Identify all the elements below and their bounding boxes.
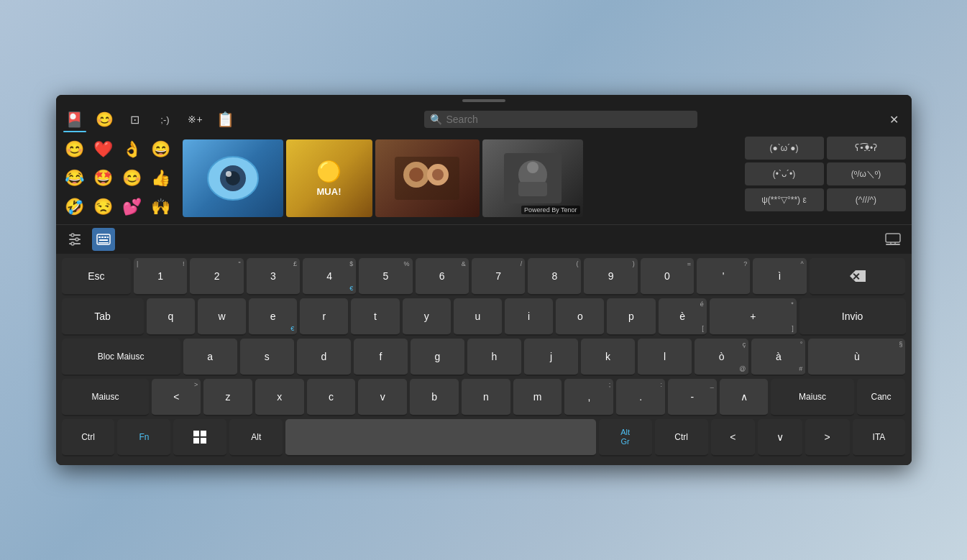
key-f[interactable]: f xyxy=(354,339,408,376)
key-b[interactable]: b xyxy=(410,379,459,416)
key-maiusc-right[interactable]: Maiusc xyxy=(771,379,853,416)
key-ita[interactable]: ITA xyxy=(853,419,906,456)
emoji-item[interactable]: 😒 xyxy=(91,194,116,220)
key-i[interactable]: i xyxy=(505,298,553,336)
key-maiusc-left[interactable]: Maiusc xyxy=(62,379,150,416)
key-x[interactable]: x xyxy=(255,379,304,416)
key-win[interactable] xyxy=(173,419,226,456)
key-d[interactable]: d xyxy=(297,339,351,376)
key-8[interactable]: (8 xyxy=(528,258,581,295)
wink-tab[interactable]: ;-) xyxy=(154,108,177,131)
key-fn[interactable]: Fn xyxy=(117,419,170,456)
key-comma[interactable]: ;, xyxy=(564,379,613,416)
key-m[interactable]: m xyxy=(513,379,562,416)
key-alt-left[interactable]: Alt xyxy=(229,419,283,456)
emoji-tab[interactable]: 🎴 xyxy=(63,108,86,131)
key-backspace[interactable] xyxy=(810,258,906,295)
key-9[interactable]: )9 xyxy=(584,258,637,295)
key-7[interactable]: /7 xyxy=(472,258,525,295)
emoji-item[interactable]: 👍 xyxy=(148,165,174,191)
key-q[interactable]: q xyxy=(147,298,195,336)
emoji-item[interactable]: 🤣 xyxy=(62,194,88,220)
key-dot[interactable]: :. xyxy=(616,379,665,416)
key-n[interactable]: n xyxy=(462,379,510,416)
kaomoji-btn-6[interactable]: (^///^) xyxy=(827,188,906,211)
key-z[interactable]: z xyxy=(203,379,252,416)
key-3[interactable]: £3 xyxy=(247,258,300,295)
symbols-tab[interactable]: ※+ xyxy=(184,108,207,131)
key-ù[interactable]: §ù xyxy=(808,339,905,376)
kaomoji-btn-2[interactable]: ʕ•͡ᴥ•ʔ xyxy=(827,137,906,160)
key-ctrl-left[interactable]: Ctrl xyxy=(62,419,115,456)
key-t[interactable]: t xyxy=(351,298,399,336)
key-lt[interactable]: >< xyxy=(152,379,201,416)
kaomoji-btn-4[interactable]: (º/ω＼º) xyxy=(827,162,906,185)
key-tab[interactable]: Tab xyxy=(62,298,144,336)
key-c[interactable]: c xyxy=(307,379,356,416)
key-h[interactable]: h xyxy=(467,339,521,376)
key-5[interactable]: %5 xyxy=(359,258,412,295)
emoji-item[interactable]: ❤️ xyxy=(91,137,116,162)
key-arrow-right[interactable]: > xyxy=(805,419,850,456)
emoji-item[interactable]: 😄 xyxy=(148,137,174,162)
key-o[interactable]: o xyxy=(556,298,604,336)
key-u[interactable]: u xyxy=(454,298,502,336)
search-input[interactable] xyxy=(446,114,692,125)
key-1[interactable]: |!1 xyxy=(134,258,187,295)
gif-item-1[interactable] xyxy=(183,139,283,217)
gif-item-2[interactable]: 🟡 MUA! xyxy=(286,139,372,217)
key-6[interactable]: &6 xyxy=(416,258,469,295)
emoji-item[interactable]: 😂 xyxy=(62,165,88,191)
key-plus[interactable]: *+] xyxy=(710,298,797,336)
gif-item-4[interactable]: Powered By Tenor xyxy=(482,139,583,217)
key-w[interactable]: w xyxy=(198,298,246,336)
key-quote[interactable]: ?' xyxy=(697,258,750,295)
key-space[interactable] xyxy=(285,419,595,456)
keyboard-settings-icon[interactable] xyxy=(63,228,86,251)
key-s[interactable]: s xyxy=(240,339,294,376)
key-minus[interactable]: _- xyxy=(668,379,717,416)
kaomoji-btn-1[interactable]: (●`ω´●) xyxy=(745,137,824,160)
key-è[interactable]: éè[ xyxy=(659,298,707,336)
emoji-item[interactable]: 🤩 xyxy=(91,165,116,191)
key-ì[interactable]: ^ì xyxy=(753,258,806,295)
clipboard-tab[interactable]: 📋 xyxy=(214,108,237,131)
key-p[interactable]: p xyxy=(607,298,655,336)
smiley-tab[interactable]: 😊 xyxy=(93,108,116,131)
key-canc[interactable]: Canc xyxy=(857,379,906,416)
key-l[interactable]: l xyxy=(638,339,692,376)
kaomoji-btn-3[interactable]: (•`ᴗ´•) xyxy=(745,162,824,185)
key-à[interactable]: °à# xyxy=(751,339,805,376)
key-arrow-down[interactable]: ∨ xyxy=(758,419,802,456)
key-ò[interactable]: çò@ xyxy=(695,339,748,376)
search-box[interactable]: 🔍 xyxy=(424,111,697,128)
keyboard-layout-icon[interactable] xyxy=(92,228,115,251)
key-invio[interactable]: Invio xyxy=(799,298,906,336)
key-esc[interactable]: Esc xyxy=(62,258,132,295)
key-v[interactable]: v xyxy=(358,379,407,416)
gif-item-3[interactable] xyxy=(375,139,480,217)
key-g[interactable]: g xyxy=(411,339,464,376)
key-r[interactable]: r xyxy=(300,298,348,336)
key-a[interactable]: a xyxy=(183,339,237,376)
keyboard-dock-icon[interactable] xyxy=(881,228,904,251)
kaomoji-btn-5[interactable]: ψ(**°▽°**) ε xyxy=(745,188,824,211)
kaomoji-tab[interactable]: ⊡ xyxy=(124,108,147,131)
emoji-item[interactable]: 😊 xyxy=(62,137,88,162)
key-bloc-maiusc[interactable]: Bloc Maiusc xyxy=(62,339,180,376)
emoji-item[interactable]: 💕 xyxy=(119,194,145,220)
emoji-item[interactable]: 🙌 xyxy=(148,194,174,220)
drag-handle[interactable] xyxy=(56,95,912,105)
key-y[interactable]: y xyxy=(403,298,451,336)
key-arrow-left[interactable]: < xyxy=(711,419,756,456)
key-ctrl-right[interactable]: Ctrl xyxy=(655,419,708,456)
key-e[interactable]: €e xyxy=(249,298,297,336)
key-altgr[interactable]: AltGr xyxy=(599,419,652,456)
key-0[interactable]: =0 xyxy=(641,258,694,295)
close-button[interactable]: ✕ xyxy=(884,109,904,129)
key-k[interactable]: k xyxy=(581,339,635,376)
key-up[interactable]: ∧ xyxy=(720,379,769,416)
key-2[interactable]: "2 xyxy=(190,258,243,295)
key-j[interactable]: j xyxy=(524,339,578,376)
emoji-item[interactable]: 😊 xyxy=(119,165,145,191)
